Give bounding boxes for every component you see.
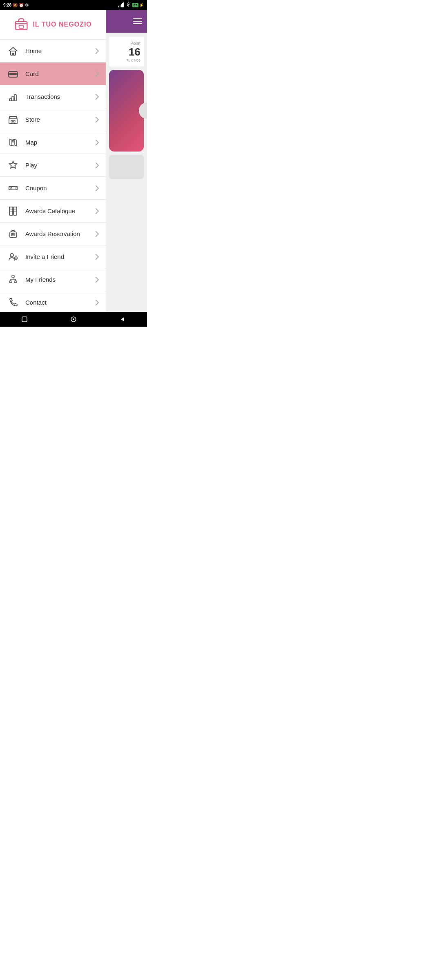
signal-icon	[118, 2, 124, 7]
sidebar-item-awards-catalogue[interactable]: Awards Catalogue	[0, 200, 106, 223]
store-icon	[7, 113, 20, 126]
time-display: 9:28	[3, 3, 11, 7]
svg-rect-0	[118, 6, 119, 7]
coupon-icon	[7, 182, 20, 195]
sidebar-item-label-play: Play	[25, 162, 95, 169]
chevron-icon-home	[95, 48, 99, 54]
alarm-icon: ⏰	[19, 3, 24, 7]
chevron-icon-my-friends	[95, 276, 99, 283]
chevron-icon-awards-reservation	[95, 231, 99, 237]
sidebar-item-contact[interactable]: Contact	[0, 291, 106, 312]
main-screen: IL TUO NEGOZIO HomeCardTransactionsStore…	[0, 10, 147, 312]
chevron-icon-card	[95, 71, 99, 77]
navigation-drawer: IL TUO NEGOZIO HomeCardTransactionsStore…	[0, 10, 106, 312]
bottom-navigation-bar	[0, 312, 147, 327]
play-icon	[7, 159, 20, 172]
mute-icon: 🔕	[13, 3, 18, 7]
svg-point-20	[12, 140, 14, 142]
chevron-icon-map	[95, 139, 99, 146]
svg-rect-15	[11, 120, 13, 122]
sidebar-item-label-store: Store	[25, 116, 95, 123]
svg-rect-41	[9, 281, 12, 283]
map-icon	[7, 136, 20, 149]
sidebar-item-my-friends[interactable]: My Friends	[0, 268, 106, 291]
bottom-card-section	[109, 155, 144, 179]
menu-list: HomeCardTransactionsStoreMapPlayCouponAw…	[0, 40, 106, 312]
svg-point-49	[73, 318, 74, 320]
status-bar-left: 9:28 🔕 ⏰ ⚙	[3, 3, 29, 7]
svg-rect-11	[9, 99, 11, 101]
awards-catalogue-icon	[7, 205, 20, 218]
chevron-icon-coupon	[95, 185, 99, 192]
points-section: Point 16 To 07/09	[109, 37, 144, 67]
sidebar-item-label-home: Home	[25, 47, 95, 54]
chevron-icon-play	[95, 162, 99, 169]
svg-rect-4	[123, 2, 124, 7]
points-value: 16	[112, 46, 140, 58]
wifi-icon	[125, 2, 131, 7]
settings-icon: ⚙	[25, 3, 29, 7]
sidebar-item-store[interactable]: Store	[0, 108, 106, 131]
svg-rect-13	[14, 95, 16, 101]
right-panel: Point 16 To 07/09	[106, 10, 147, 312]
contact-icon	[7, 296, 20, 309]
svg-rect-10	[9, 73, 18, 75]
svg-point-30	[11, 233, 13, 235]
chevron-icon-contact	[95, 299, 99, 306]
svg-point-31	[13, 233, 15, 235]
square-button[interactable]	[20, 315, 29, 323]
sidebar-item-label-coupon: Coupon	[25, 185, 95, 192]
sidebar-item-label-awards-catalogue: Awards Catalogue	[25, 207, 95, 214]
card-icon	[7, 67, 20, 80]
back-button[interactable]	[118, 315, 127, 323]
svg-rect-36	[12, 276, 14, 277]
status-bar: 9:28 🔕 ⏰ ⚙ 87 ⚡	[0, 0, 147, 10]
sidebar-item-map[interactable]: Map	[0, 131, 106, 154]
sidebar-item-label-map: Map	[25, 139, 95, 146]
hamburger-icon[interactable]	[133, 18, 142, 24]
sidebar-item-label-invite-friend: Invite a Friend	[25, 253, 95, 260]
sidebar-item-label-card: Card	[25, 70, 95, 77]
svg-rect-12	[12, 97, 14, 101]
svg-rect-2	[121, 4, 122, 7]
sidebar-item-card[interactable]: Card	[0, 62, 106, 85]
right-panel-content: Point 16 To 07/09	[106, 33, 147, 312]
sidebar-item-label-awards-reservation: Awards Reservation	[25, 230, 95, 237]
sidebar-item-home[interactable]: Home	[0, 40, 106, 62]
battery-icon: 87 ⚡	[132, 3, 144, 7]
card-visual	[109, 70, 144, 151]
drawer-header: IL TUO NEGOZIO	[0, 10, 106, 40]
sidebar-item-coupon[interactable]: Coupon	[0, 177, 106, 200]
sidebar-item-transactions[interactable]: Transactions	[0, 85, 106, 108]
sidebar-item-awards-reservation[interactable]: Awards Reservation	[0, 223, 106, 245]
svg-rect-1	[120, 5, 120, 7]
points-date: To 07/09	[112, 58, 140, 62]
points-label: Point	[112, 41, 140, 46]
status-bar-right: 87 ⚡	[118, 2, 144, 7]
svg-rect-6	[19, 25, 24, 28]
svg-rect-8	[12, 53, 14, 55]
svg-rect-16	[13, 120, 15, 122]
svg-rect-29	[10, 232, 16, 238]
invite-friend-icon	[7, 250, 20, 263]
home-icon	[7, 45, 20, 58]
svg-rect-47	[22, 317, 27, 322]
sidebar-item-label-transactions: Transactions	[25, 93, 95, 100]
logo-icon	[14, 17, 29, 32]
sidebar-item-label-contact: Contact	[25, 299, 95, 306]
card-circle	[139, 102, 147, 119]
home-circle-button[interactable]	[69, 315, 78, 323]
chevron-icon-invite-friend	[95, 254, 99, 260]
right-panel-header	[106, 10, 147, 33]
awards-reservation-icon	[7, 227, 20, 241]
chevron-icon-transactions	[95, 94, 99, 100]
svg-rect-42	[14, 281, 17, 283]
svg-rect-3	[122, 3, 123, 7]
sidebar-item-label-my-friends: My Friends	[25, 276, 95, 283]
sidebar-item-invite-friend[interactable]: Invite a Friend	[0, 245, 106, 268]
chevron-icon-store	[95, 116, 99, 123]
transactions-icon	[7, 90, 20, 103]
sidebar-item-play[interactable]: Play	[0, 154, 106, 177]
svg-marker-50	[121, 317, 124, 321]
svg-rect-14	[9, 119, 17, 124]
